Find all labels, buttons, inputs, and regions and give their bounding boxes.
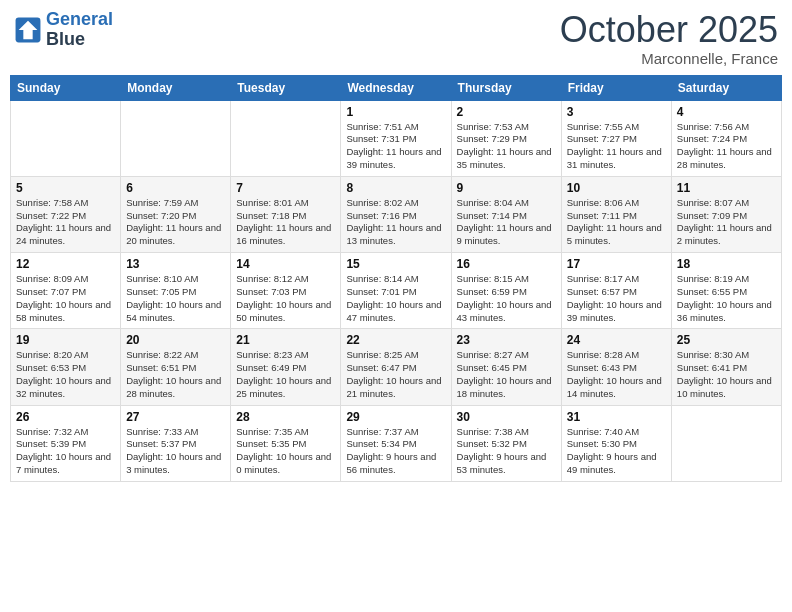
day-info: Sunrise: 8:23 AMSunset: 6:49 PMDaylight:… xyxy=(236,349,335,400)
day-number: 12 xyxy=(16,257,115,271)
day-info: Sunrise: 8:20 AMSunset: 6:53 PMDaylight:… xyxy=(16,349,115,400)
day-number: 21 xyxy=(236,333,335,347)
calendar-cell: 25Sunrise: 8:30 AMSunset: 6:41 PMDayligh… xyxy=(671,329,781,405)
day-info: Sunrise: 8:06 AMSunset: 7:11 PMDaylight:… xyxy=(567,197,666,248)
day-number: 9 xyxy=(457,181,556,195)
calendar-cell: 10Sunrise: 8:06 AMSunset: 7:11 PMDayligh… xyxy=(561,176,671,252)
day-number: 28 xyxy=(236,410,335,424)
calendar-cell: 2Sunrise: 7:53 AMSunset: 7:29 PMDaylight… xyxy=(451,100,561,176)
calendar-cell: 15Sunrise: 8:14 AMSunset: 7:01 PMDayligh… xyxy=(341,253,451,329)
day-number: 4 xyxy=(677,105,776,119)
day-number: 5 xyxy=(16,181,115,195)
week-row-3: 12Sunrise: 8:09 AMSunset: 7:07 PMDayligh… xyxy=(11,253,782,329)
day-info: Sunrise: 8:14 AMSunset: 7:01 PMDaylight:… xyxy=(346,273,445,324)
page-header: General Blue October 2025 Marconnelle, F… xyxy=(10,10,782,67)
logo: General Blue xyxy=(14,10,113,50)
weekday-header-wednesday: Wednesday xyxy=(341,75,451,100)
calendar-cell xyxy=(11,100,121,176)
calendar-cell: 14Sunrise: 8:12 AMSunset: 7:03 PMDayligh… xyxy=(231,253,341,329)
day-info: Sunrise: 8:12 AMSunset: 7:03 PMDaylight:… xyxy=(236,273,335,324)
calendar-cell: 19Sunrise: 8:20 AMSunset: 6:53 PMDayligh… xyxy=(11,329,121,405)
weekday-header-friday: Friday xyxy=(561,75,671,100)
day-info: Sunrise: 7:51 AMSunset: 7:31 PMDaylight:… xyxy=(346,121,445,172)
location: Marconnelle, France xyxy=(560,50,778,67)
weekday-header-tuesday: Tuesday xyxy=(231,75,341,100)
calendar-cell xyxy=(671,405,781,481)
day-info: Sunrise: 8:15 AMSunset: 6:59 PMDaylight:… xyxy=(457,273,556,324)
day-number: 26 xyxy=(16,410,115,424)
calendar-cell: 7Sunrise: 8:01 AMSunset: 7:18 PMDaylight… xyxy=(231,176,341,252)
calendar-cell: 3Sunrise: 7:55 AMSunset: 7:27 PMDaylight… xyxy=(561,100,671,176)
calendar-cell: 23Sunrise: 8:27 AMSunset: 6:45 PMDayligh… xyxy=(451,329,561,405)
day-info: Sunrise: 7:53 AMSunset: 7:29 PMDaylight:… xyxy=(457,121,556,172)
day-info: Sunrise: 8:19 AMSunset: 6:55 PMDaylight:… xyxy=(677,273,776,324)
calendar-cell: 9Sunrise: 8:04 AMSunset: 7:14 PMDaylight… xyxy=(451,176,561,252)
calendar-cell: 21Sunrise: 8:23 AMSunset: 6:49 PMDayligh… xyxy=(231,329,341,405)
day-info: Sunrise: 8:30 AMSunset: 6:41 PMDaylight:… xyxy=(677,349,776,400)
calendar-cell: 6Sunrise: 7:59 AMSunset: 7:20 PMDaylight… xyxy=(121,176,231,252)
logo-text: General Blue xyxy=(46,10,113,50)
day-number: 22 xyxy=(346,333,445,347)
day-info: Sunrise: 8:10 AMSunset: 7:05 PMDaylight:… xyxy=(126,273,225,324)
day-info: Sunrise: 8:25 AMSunset: 6:47 PMDaylight:… xyxy=(346,349,445,400)
day-info: Sunrise: 7:33 AMSunset: 5:37 PMDaylight:… xyxy=(126,426,225,477)
week-row-2: 5Sunrise: 7:58 AMSunset: 7:22 PMDaylight… xyxy=(11,176,782,252)
day-number: 11 xyxy=(677,181,776,195)
weekday-header-monday: Monday xyxy=(121,75,231,100)
day-number: 30 xyxy=(457,410,556,424)
day-info: Sunrise: 8:02 AMSunset: 7:16 PMDaylight:… xyxy=(346,197,445,248)
day-info: Sunrise: 8:01 AMSunset: 7:18 PMDaylight:… xyxy=(236,197,335,248)
calendar-cell: 18Sunrise: 8:19 AMSunset: 6:55 PMDayligh… xyxy=(671,253,781,329)
day-number: 29 xyxy=(346,410,445,424)
day-info: Sunrise: 7:59 AMSunset: 7:20 PMDaylight:… xyxy=(126,197,225,248)
calendar-cell: 24Sunrise: 8:28 AMSunset: 6:43 PMDayligh… xyxy=(561,329,671,405)
day-info: Sunrise: 8:22 AMSunset: 6:51 PMDaylight:… xyxy=(126,349,225,400)
week-row-5: 26Sunrise: 7:32 AMSunset: 5:39 PMDayligh… xyxy=(11,405,782,481)
day-number: 25 xyxy=(677,333,776,347)
day-info: Sunrise: 7:40 AMSunset: 5:30 PMDaylight:… xyxy=(567,426,666,477)
calendar-cell: 22Sunrise: 8:25 AMSunset: 6:47 PMDayligh… xyxy=(341,329,451,405)
calendar: SundayMondayTuesdayWednesdayThursdayFrid… xyxy=(10,75,782,482)
day-info: Sunrise: 7:56 AMSunset: 7:24 PMDaylight:… xyxy=(677,121,776,172)
week-row-1: 1Sunrise: 7:51 AMSunset: 7:31 PMDaylight… xyxy=(11,100,782,176)
day-info: Sunrise: 8:09 AMSunset: 7:07 PMDaylight:… xyxy=(16,273,115,324)
day-number: 3 xyxy=(567,105,666,119)
day-number: 2 xyxy=(457,105,556,119)
day-info: Sunrise: 8:28 AMSunset: 6:43 PMDaylight:… xyxy=(567,349,666,400)
calendar-cell: 20Sunrise: 8:22 AMSunset: 6:51 PMDayligh… xyxy=(121,329,231,405)
day-info: Sunrise: 7:38 AMSunset: 5:32 PMDaylight:… xyxy=(457,426,556,477)
day-number: 6 xyxy=(126,181,225,195)
day-number: 31 xyxy=(567,410,666,424)
calendar-cell: 28Sunrise: 7:35 AMSunset: 5:35 PMDayligh… xyxy=(231,405,341,481)
title-block: October 2025 Marconnelle, France xyxy=(560,10,778,67)
day-number: 1 xyxy=(346,105,445,119)
weekday-header-thursday: Thursday xyxy=(451,75,561,100)
calendar-cell xyxy=(231,100,341,176)
calendar-cell: 1Sunrise: 7:51 AMSunset: 7:31 PMDaylight… xyxy=(341,100,451,176)
day-info: Sunrise: 7:37 AMSunset: 5:34 PMDaylight:… xyxy=(346,426,445,477)
week-row-4: 19Sunrise: 8:20 AMSunset: 6:53 PMDayligh… xyxy=(11,329,782,405)
day-number: 8 xyxy=(346,181,445,195)
day-info: Sunrise: 7:32 AMSunset: 5:39 PMDaylight:… xyxy=(16,426,115,477)
day-info: Sunrise: 8:27 AMSunset: 6:45 PMDaylight:… xyxy=(457,349,556,400)
calendar-cell: 11Sunrise: 8:07 AMSunset: 7:09 PMDayligh… xyxy=(671,176,781,252)
month-title: October 2025 xyxy=(560,10,778,50)
day-info: Sunrise: 8:07 AMSunset: 7:09 PMDaylight:… xyxy=(677,197,776,248)
day-number: 23 xyxy=(457,333,556,347)
calendar-cell xyxy=(121,100,231,176)
calendar-cell: 5Sunrise: 7:58 AMSunset: 7:22 PMDaylight… xyxy=(11,176,121,252)
day-number: 14 xyxy=(236,257,335,271)
day-info: Sunrise: 7:58 AMSunset: 7:22 PMDaylight:… xyxy=(16,197,115,248)
calendar-cell: 8Sunrise: 8:02 AMSunset: 7:16 PMDaylight… xyxy=(341,176,451,252)
day-info: Sunrise: 8:04 AMSunset: 7:14 PMDaylight:… xyxy=(457,197,556,248)
day-number: 19 xyxy=(16,333,115,347)
day-number: 7 xyxy=(236,181,335,195)
calendar-cell: 29Sunrise: 7:37 AMSunset: 5:34 PMDayligh… xyxy=(341,405,451,481)
calendar-cell: 27Sunrise: 7:33 AMSunset: 5:37 PMDayligh… xyxy=(121,405,231,481)
day-number: 20 xyxy=(126,333,225,347)
calendar-cell: 4Sunrise: 7:56 AMSunset: 7:24 PMDaylight… xyxy=(671,100,781,176)
calendar-cell: 17Sunrise: 8:17 AMSunset: 6:57 PMDayligh… xyxy=(561,253,671,329)
day-number: 16 xyxy=(457,257,556,271)
day-number: 10 xyxy=(567,181,666,195)
day-info: Sunrise: 8:17 AMSunset: 6:57 PMDaylight:… xyxy=(567,273,666,324)
